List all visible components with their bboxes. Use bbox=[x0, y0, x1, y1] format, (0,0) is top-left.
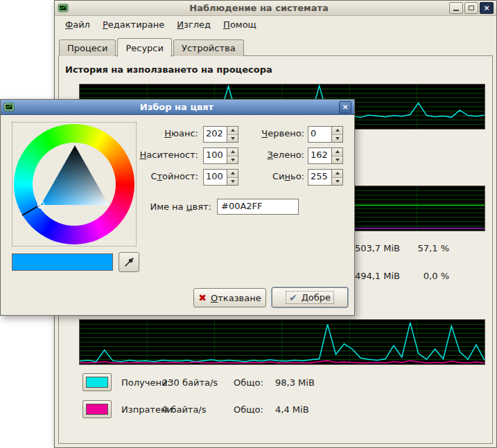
eyedropper-button[interactable] bbox=[119, 252, 139, 272]
value-label: Стойност: bbox=[125, 171, 198, 181]
arrow-up-icon bbox=[335, 172, 340, 174]
tab-bar: Процеси Ресурси Устройства bbox=[59, 37, 245, 56]
sent-color-button[interactable] bbox=[82, 400, 112, 418]
hue-value[interactable]: 202 bbox=[204, 127, 227, 142]
color-name-label: Име на цвят: bbox=[125, 201, 211, 212]
dialog-close-icon: × bbox=[342, 103, 348, 111]
red-spin-down-button[interactable] bbox=[332, 135, 342, 143]
color-preview bbox=[12, 253, 113, 271]
arrow-up-icon bbox=[335, 150, 340, 153]
saturation-value-triangle[interactable] bbox=[12, 123, 137, 247]
received-total-label: Общо: bbox=[234, 377, 263, 388]
close-icon: × bbox=[483, 4, 489, 12]
maximize-button[interactable] bbox=[464, 2, 478, 14]
green-spin-up-button[interactable] bbox=[332, 148, 342, 156]
system-monitor-icon bbox=[58, 3, 69, 14]
menu-bar: Файл Редактиране Изглед Помощ bbox=[55, 17, 496, 32]
arrow-down-icon bbox=[335, 137, 340, 140]
ok-button-label: Добре bbox=[302, 292, 331, 303]
saturation-label: Наситеност: bbox=[125, 150, 198, 160]
blue-spin-down-button[interactable] bbox=[332, 178, 342, 186]
blue-spin-up-button[interactable] bbox=[332, 170, 342, 178]
color-name-input[interactable]: #00A2FF bbox=[217, 199, 299, 215]
eyedropper-icon bbox=[123, 256, 135, 269]
dialog-titlebar[interactable]: Избор на цвят × bbox=[1, 100, 354, 115]
memory-used-percent: 57,1 % bbox=[398, 243, 449, 253]
blue-spinbox[interactable]: 255 bbox=[308, 169, 343, 186]
menu-edit[interactable]: Редактиране bbox=[96, 18, 171, 31]
arrow-down-icon bbox=[335, 159, 340, 161]
green-label: Зелено: bbox=[233, 150, 304, 160]
ok-button[interactable]: ✔ Добре bbox=[272, 287, 348, 307]
green-spinbox[interactable]: 162 bbox=[308, 147, 343, 164]
main-window-title: Наблюдение на системата bbox=[69, 3, 449, 13]
close-button[interactable]: × bbox=[480, 2, 494, 14]
minimize-button[interactable] bbox=[449, 2, 463, 14]
dialog-close-button[interactable]: × bbox=[339, 101, 351, 114]
color-wheel[interactable] bbox=[12, 122, 137, 247]
value-value[interactable]: 100 bbox=[204, 170, 227, 185]
network-history-graph bbox=[79, 319, 485, 365]
sent-rate: 0 байта/s bbox=[162, 404, 207, 415]
cancel-x-icon: ✖ bbox=[198, 293, 207, 303]
menu-view[interactable]: Изглед bbox=[171, 18, 217, 31]
received-rate: 230 байта/s bbox=[162, 377, 218, 388]
green-spin-down-button[interactable] bbox=[332, 156, 342, 164]
maximize-icon bbox=[469, 6, 474, 10]
sent-color-swatch bbox=[86, 404, 108, 415]
received-total: 98,3 MiB bbox=[275, 377, 315, 388]
blue-value[interactable]: 255 bbox=[308, 170, 331, 185]
hue-marker bbox=[22, 206, 39, 215]
cpu-history-heading: История на използването на процесора bbox=[65, 64, 272, 75]
minimize-icon bbox=[453, 10, 459, 11]
received-color-button[interactable] bbox=[82, 373, 112, 391]
cancel-button-label: Отказване bbox=[211, 293, 261, 303]
saturation-value[interactable]: 100 bbox=[204, 148, 227, 163]
menu-help[interactable]: Помощ bbox=[217, 18, 263, 31]
green-value[interactable]: 162 bbox=[308, 148, 331, 163]
swap-used-percent: 0,0 % bbox=[398, 271, 449, 281]
sent-total-label: Общо: bbox=[234, 404, 263, 415]
red-spinbox[interactable]: 0 bbox=[308, 126, 343, 143]
ok-check-icon: ✔ bbox=[289, 293, 297, 303]
cancel-button[interactable]: ✖ Отказване bbox=[193, 288, 266, 307]
red-spin-up-button[interactable] bbox=[332, 127, 342, 135]
main-titlebar[interactable]: Наблюдение на системата × bbox=[55, 1, 496, 16]
menu-file[interactable]: Файл bbox=[59, 18, 96, 31]
dialog-title: Избор на цвят bbox=[15, 102, 339, 112]
tab-devices[interactable]: Устройства bbox=[173, 39, 244, 56]
desktop: Наблюдение на системата × Файл Редактира… bbox=[0, 0, 497, 448]
window-controls: × bbox=[449, 2, 494, 14]
blue-label: Синьо: bbox=[233, 171, 304, 181]
red-label: Червено: bbox=[233, 128, 304, 138]
red-value[interactable]: 0 bbox=[308, 127, 331, 142]
color-picker-dialog: Избор на цвят × bbox=[0, 99, 355, 316]
hue-label: Нюанс: bbox=[125, 128, 198, 138]
arrow-up-icon bbox=[335, 129, 340, 132]
arrow-down-icon bbox=[335, 180, 340, 183]
tab-resources[interactable]: Ресурси bbox=[117, 38, 172, 57]
tab-processes[interactable]: Процеси bbox=[59, 39, 116, 56]
received-color-swatch bbox=[86, 377, 108, 388]
sent-total: 4,4 MiB bbox=[275, 404, 309, 415]
dialog-icon bbox=[3, 102, 15, 113]
